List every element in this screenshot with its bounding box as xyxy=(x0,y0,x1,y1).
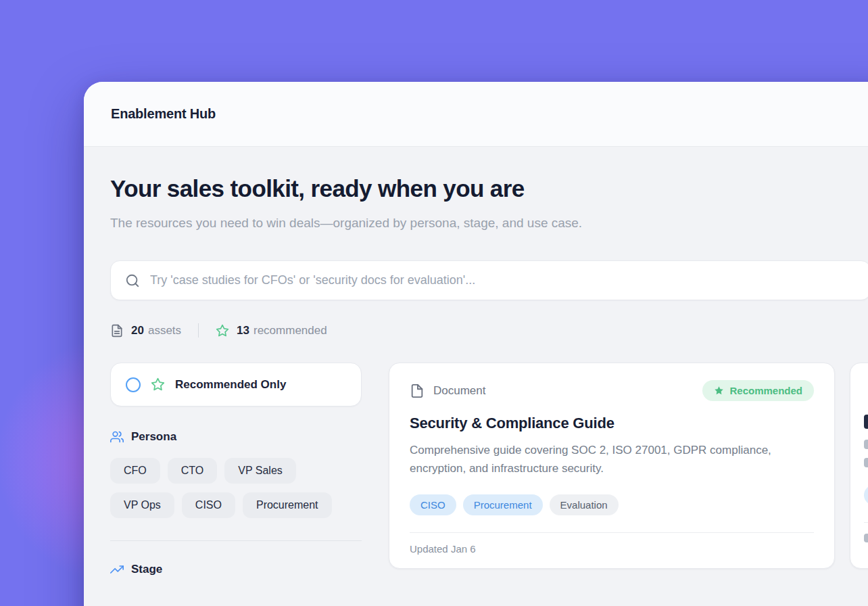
clipped-card-title xyxy=(864,415,868,429)
star-filled-icon xyxy=(714,386,724,396)
sidebar-divider xyxy=(110,540,362,541)
persona-section-label: Persona xyxy=(131,430,176,444)
users-icon xyxy=(110,430,124,444)
clipped-card-tag xyxy=(864,485,868,505)
persona-chip-vp-sales[interactable]: VP Sales xyxy=(224,458,296,484)
card-type: Document xyxy=(410,383,485,398)
content-columns: Recommended Only Persona CFO CTO VP Sale… xyxy=(110,363,868,576)
asset-card-clipped[interactable] xyxy=(850,363,868,569)
persona-chip-cfo[interactable]: CFO xyxy=(110,458,160,484)
asset-card-security-compliance-guide[interactable]: Document Recommended Security & Complian… xyxy=(389,363,835,569)
recommended-only-label: Recommended Only xyxy=(175,378,286,392)
asset-card-grid: Document Recommended Security & Complian… xyxy=(389,363,868,569)
filter-sidebar: Recommended Only Persona CFO CTO VP Sale… xyxy=(110,363,362,576)
app-header: Enablement Hub xyxy=(84,82,868,147)
file-text-icon xyxy=(110,324,124,337)
stage-section-header: Stage xyxy=(110,563,362,576)
trending-up-icon xyxy=(110,563,124,576)
persona-chip-vp-ops[interactable]: VP Ops xyxy=(110,492,174,518)
card-type-label: Document xyxy=(433,384,485,398)
recommended-badge: Recommended xyxy=(702,380,814,401)
assets-label: assets xyxy=(148,324,181,337)
star-icon xyxy=(216,324,229,337)
stats-divider xyxy=(198,323,199,337)
recommended-count: 13 xyxy=(237,324,249,337)
app-window: Enablement Hub Your sales toolkit, ready… xyxy=(84,82,868,606)
recommended-label: recommended xyxy=(254,324,327,337)
stage-section-label: Stage xyxy=(131,563,162,576)
clipped-card-description-line xyxy=(864,458,868,467)
file-icon xyxy=(410,383,425,398)
stats-row: 20 assets 13 recommended xyxy=(110,323,868,337)
card-description: Comprehensive guide covering SOC 2, ISO … xyxy=(410,442,792,477)
clipped-card-description-line xyxy=(864,440,868,449)
tag-evaluation[interactable]: Evaluation xyxy=(550,494,619,515)
persona-chip-list: CFO CTO VP Sales VP Ops CISO Procurement xyxy=(110,458,362,518)
main-content: Your sales toolkit, ready when you are T… xyxy=(84,147,868,606)
clipped-card-updated xyxy=(864,534,868,542)
page-subtitle: The resources you need to win deals—orga… xyxy=(110,212,583,235)
tag-ciso[interactable]: CISO xyxy=(410,494,456,515)
search-bar[interactable] xyxy=(110,260,868,300)
page-title: Your sales toolkit, ready when you are xyxy=(110,175,868,202)
radio-circle-icon[interactable] xyxy=(126,377,141,392)
clipped-card-divider xyxy=(864,522,868,542)
persona-chip-ciso[interactable]: CISO xyxy=(182,492,235,518)
persona-section-header: Persona xyxy=(110,430,362,444)
card-tag-list: CISO Procurement Evaluation xyxy=(410,494,814,515)
star-icon xyxy=(151,377,165,392)
persona-chip-procurement[interactable]: Procurement xyxy=(243,492,332,518)
assets-count: 20 xyxy=(131,324,144,337)
persona-chip-cto[interactable]: CTO xyxy=(168,458,217,484)
search-icon xyxy=(125,273,140,288)
card-top-row: Document Recommended xyxy=(410,380,814,401)
search-input[interactable] xyxy=(150,273,856,287)
card-updated: Updated Jan 6 xyxy=(410,532,814,555)
recommended-badge-label: Recommended xyxy=(729,385,802,396)
tag-procurement[interactable]: Procurement xyxy=(463,494,543,515)
clipped-card-top-row xyxy=(864,380,868,401)
card-title: Security & Compliance Guide xyxy=(410,415,814,432)
recommended-only-toggle[interactable]: Recommended Only xyxy=(110,363,362,406)
app-title: Enablement Hub xyxy=(111,106,216,122)
